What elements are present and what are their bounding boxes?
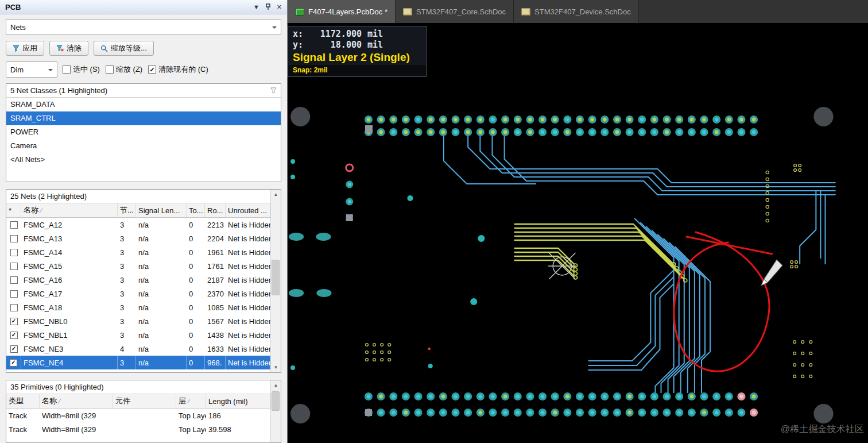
nets-column-header[interactable]: 名称∕ xyxy=(21,203,118,217)
net-row[interactable]: ✓FSMC_NBL03n/a01567Net is Hidden xyxy=(6,314,270,328)
scroll-thumb[interactable] xyxy=(272,260,280,295)
clear-button[interactable]: 清除 xyxy=(49,41,88,56)
net-cell-nodes: 3 xyxy=(118,232,136,245)
app-window: PCB ▼ ✕ Nets 应用 清除 xyxy=(0,0,868,443)
net-visible-checkbox[interactable]: ✓ xyxy=(10,359,17,367)
net-class-item[interactable]: <All Nets> xyxy=(6,153,281,167)
filter-icon[interactable] xyxy=(270,87,277,94)
nets-column-header[interactable]: * xyxy=(6,203,21,217)
net-class-item[interactable]: Camera xyxy=(6,139,281,153)
hud-x-line: x: 1172.000 mil xyxy=(293,29,421,40)
option-checkbox[interactable] xyxy=(106,66,114,74)
primitives-column-header[interactable]: 类型 xyxy=(6,394,40,408)
dim-select[interactable]: Dim xyxy=(6,61,57,78)
net-cell-signal: n/a xyxy=(136,342,187,356)
tab-stm32f407-device-schdoc[interactable]: STM32F407_Device.SchDoc xyxy=(514,0,639,23)
scroll-track[interactable] xyxy=(271,390,281,442)
net-cell-signal: n/a xyxy=(136,259,187,273)
nets-header-label: 25 Nets (2 Highlighted) xyxy=(10,190,87,203)
primitive-row[interactable]: TrackWidth=8mil (329Top Laye186 xyxy=(6,409,270,422)
option-checkbox[interactable] xyxy=(63,66,71,74)
panel-menu-chevron-icon[interactable]: ▼ xyxy=(253,3,259,10)
net-cell-unrouted: Net is Hidden xyxy=(226,259,270,273)
panel-mode-value: Nets xyxy=(10,23,26,32)
net-visible-checkbox[interactable] xyxy=(10,249,18,256)
tab-label: STM32F407_Core.SchDoc xyxy=(416,7,506,16)
net-row[interactable]: FSMC_A143n/a01961Net is Hidden xyxy=(6,245,270,259)
tab-f407-4layers-pcbdoc[interactable]: F407-4Layers.PcbDoc * xyxy=(288,0,396,23)
apply-button[interactable]: 应用 xyxy=(6,41,44,56)
net-class-item[interactable]: SRAM_CTRL xyxy=(6,111,281,125)
primitive-cell-length: 39.598 xyxy=(206,422,270,436)
nets-scrollbar[interactable]: ▲ ▼ xyxy=(270,190,281,372)
scroll-thumb[interactable] xyxy=(272,391,280,411)
primitives-column-header[interactable]: Length (mil) xyxy=(206,394,270,408)
sort-indicator-icon: ∕ xyxy=(41,207,42,214)
net-cell-to: 0 xyxy=(187,232,205,245)
pin-icon[interactable] xyxy=(265,3,271,10)
net-row[interactable]: ✓FSMC_NBL13n/a01438Net is Hidden xyxy=(6,328,270,342)
panel-option[interactable]: 选中 (S) xyxy=(63,64,100,75)
primitives-column-header[interactable]: 层∕ xyxy=(176,394,206,408)
primitive-cell-type: Track xyxy=(6,409,40,422)
net-cell-unrouted: Net is Hidden xyxy=(226,232,270,245)
net-cell-name: FSMC_A12 xyxy=(21,218,118,232)
clear-label: 清除 xyxy=(67,43,82,53)
net-cell-nodes: 3 xyxy=(118,245,136,259)
net-row[interactable]: ✓FSMC_NE34n/a01633Net is Hidden xyxy=(6,342,270,356)
net-visible-checkbox[interactable] xyxy=(10,304,18,311)
net-row[interactable]: FSMC_A153n/a01761Net is Hidden xyxy=(6,259,270,273)
zoom-level-button[interactable]: 缩放等级... xyxy=(94,41,154,56)
net-row[interactable]: FSMC_A123n/a02213Net is Hidden xyxy=(6,218,270,232)
net-cell-signal: n/a xyxy=(136,301,187,314)
panel-mode-select[interactable]: Nets xyxy=(6,19,281,35)
pcb-canvas[interactable]: @稀土掘金技术社区 xyxy=(288,23,868,443)
hud-y-line: y: 18.000 mil xyxy=(293,40,421,51)
net-row[interactable]: FSMC_A163n/a02187Net is Hidden xyxy=(6,273,270,287)
tab-stm32f407-core-schdoc[interactable]: STM32F407_Core.SchDoc xyxy=(396,0,514,23)
net-cell-visibility xyxy=(6,273,21,287)
net-visible-checkbox[interactable]: ✓ xyxy=(10,332,18,339)
panel-option[interactable]: 缩放 (Z) xyxy=(106,64,142,75)
net-row[interactable]: FSMC_A133n/a02204Net is Hidden xyxy=(6,232,270,245)
net-visible-checkbox[interactable] xyxy=(10,276,18,284)
nets-column-header[interactable]: 节... xyxy=(118,203,136,217)
heads-up-display: x: 1172.000 mil y: 18.000 mil Signal Lay… xyxy=(288,26,427,77)
net-class-item[interactable]: POWER xyxy=(6,125,281,139)
net-cell-to: 0 xyxy=(187,259,205,273)
primitives-column-header[interactable]: 名称∕ xyxy=(40,394,113,408)
option-checkbox[interactable]: ✓ xyxy=(148,66,156,74)
net-visible-checkbox[interactable] xyxy=(10,235,18,242)
net-cell-route: 968. xyxy=(205,356,226,369)
hud-x-unit: mil xyxy=(367,29,383,40)
net-visible-checkbox[interactable]: ✓ xyxy=(10,345,18,353)
net-visible-checkbox[interactable]: ✓ xyxy=(10,318,18,325)
primitive-row[interactable]: TrackWidth=8mil (329Top Laye39.598 xyxy=(6,422,270,436)
net-row[interactable]: FSMC_A173n/a02370Net is Hidden xyxy=(6,287,270,301)
primitives-scrollbar[interactable]: ▲ xyxy=(270,380,281,442)
primitives-column-header[interactable]: 元件 xyxy=(113,394,176,408)
sch-doc-icon xyxy=(521,8,530,16)
net-class-item[interactable]: SRAM_DATA xyxy=(6,98,281,111)
nets-column-header[interactable]: To... xyxy=(187,203,205,217)
net-row[interactable]: FSMC_A183n/a01085Net is Hidden xyxy=(6,301,270,314)
nets-column-header[interactable]: Unrouted ... xyxy=(226,203,270,217)
net-row[interactable]: ✓FSMC_NE43n/a0968.Net is Hidden xyxy=(6,356,270,369)
panel-option[interactable]: ✓清除现有的 (C) xyxy=(148,64,208,75)
net-cell-visibility xyxy=(6,245,21,259)
scroll-down-icon[interactable]: ▼ xyxy=(271,363,281,372)
net-cell-name: FSMC_A15 xyxy=(21,259,118,273)
nets-column-header[interactable]: Signal Len... xyxy=(136,203,187,217)
pcb-canvas-area[interactable]: @稀土掘金技术社区 x: 1172.000 mil y: 18.000 mil … xyxy=(288,23,868,443)
scroll-track[interactable] xyxy=(271,199,281,363)
scroll-up-icon[interactable]: ▲ xyxy=(271,380,281,390)
primitives-section: 35 Primitives (0 Highlighted) 类型名称∕元件层∕L… xyxy=(6,380,281,443)
net-visible-checkbox[interactable] xyxy=(10,290,18,298)
net-cell-name: FSMC_A13 xyxy=(21,232,118,245)
scroll-up-icon[interactable]: ▲ xyxy=(271,190,281,199)
close-icon[interactable]: ✕ xyxy=(277,3,282,11)
net-visible-checkbox[interactable] xyxy=(10,263,18,270)
net-cell-to: 0 xyxy=(187,342,205,356)
net-visible-checkbox[interactable] xyxy=(10,221,18,229)
nets-column-header[interactable]: Ro... xyxy=(205,203,226,217)
